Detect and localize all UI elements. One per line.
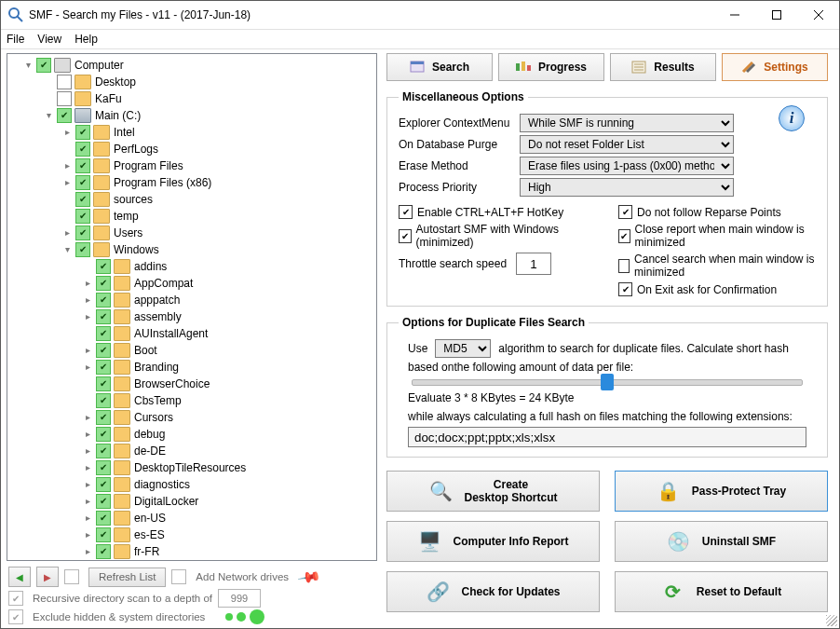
expander-icon[interactable]: ▸ — [82, 292, 93, 308]
reset-default-button[interactable]: ⟳Reset to Default — [615, 571, 828, 612]
hotkey-check[interactable] — [399, 205, 413, 219]
expander-icon[interactable]: ▸ — [61, 225, 73, 241]
tree-node[interactable]: Desktop — [9, 74, 376, 90]
tree-node[interactable]: addins — [9, 258, 376, 275]
tree-checkbox[interactable] — [96, 276, 111, 291]
context-menu-select[interactable]: While SMF is running — [520, 114, 734, 132]
expander-icon[interactable]: ▾ — [22, 57, 34, 74]
tree-checkbox[interactable] — [96, 293, 111, 308]
tree-node[interactable]: ▾Computer — [9, 57, 376, 74]
exit-confirm-check[interactable] — [618, 282, 632, 296]
tree-checkbox[interactable] — [57, 108, 72, 123]
tree-checkbox[interactable] — [96, 527, 111, 542]
tree-node[interactable]: ▸Boot — [9, 342, 376, 359]
tree-checkbox[interactable] — [96, 460, 111, 475]
computer-info-button[interactable]: 🖥️Computer Info Report — [386, 521, 600, 562]
tree-node[interactable]: ▸debug — [9, 426, 376, 443]
hash-algo-select[interactable]: MD5 — [435, 339, 491, 358]
tab-settings[interactable]: Settings — [722, 53, 828, 81]
tree-checkbox[interactable] — [75, 242, 90, 257]
resize-grip[interactable] — [826, 615, 837, 626]
menu-file[interactable]: File — [7, 33, 24, 46]
create-shortcut-button[interactable]: 🔍Create Desktop Shortcut — [386, 471, 600, 512]
expander-icon[interactable]: ▸ — [82, 275, 93, 292]
expander-icon[interactable]: ▸ — [82, 510, 93, 526]
tree-checkbox[interactable] — [96, 477, 111, 492]
refresh-list-button[interactable]: Refresh List — [88, 567, 166, 587]
tree-checkbox[interactable] — [96, 326, 111, 341]
tree-node[interactable]: BrowserChoice — [9, 376, 376, 392]
close-report-check[interactable] — [618, 229, 630, 243]
tree-node[interactable]: CbsTemp — [9, 392, 376, 409]
tree-checkbox[interactable] — [96, 259, 111, 274]
tree-node[interactable]: ▸Users — [9, 225, 376, 241]
tree-checkbox[interactable] — [57, 75, 72, 89]
tree-node[interactable]: ▸Branding — [9, 359, 376, 376]
tree-node[interactable]: ▸Program Files — [9, 157, 376, 174]
expander-icon[interactable]: ▸ — [61, 124, 73, 141]
depth-input[interactable] — [218, 589, 261, 608]
minimize-button[interactable] — [713, 1, 755, 29]
tree-node[interactable]: ▸fr-FR — [9, 543, 376, 560]
reparse-check[interactable] — [618, 205, 632, 219]
tree-node[interactable]: ▸AppCompat — [9, 275, 376, 292]
expander-icon[interactable]: ▸ — [82, 493, 93, 510]
tree-checkbox[interactable] — [96, 511, 111, 526]
tree-node[interactable]: PerfLogs — [9, 141, 376, 157]
tab-progress[interactable]: Progress — [498, 53, 604, 81]
exclude-hidden-check[interactable] — [8, 609, 23, 624]
tree-checkbox[interactable] — [75, 175, 90, 190]
tree-node[interactable]: sources — [9, 191, 376, 208]
tree-checkbox[interactable] — [75, 192, 90, 207]
tree-checkbox[interactable] — [96, 360, 111, 375]
menu-help[interactable]: Help — [75, 33, 98, 46]
expander-icon[interactable]: ▸ — [82, 476, 93, 493]
check-updates-button[interactable]: 🔗Check for Updates — [386, 571, 600, 612]
tree-checkbox[interactable] — [75, 226, 90, 240]
tree-node[interactable]: ▸diagnostics — [9, 476, 376, 493]
tree-checkbox[interactable] — [75, 158, 90, 173]
tree-node[interactable]: ▾Main (C:) — [9, 107, 376, 124]
expand-all-button[interactable]: ◀ — [8, 567, 31, 587]
db-purge-select[interactable]: Do not reset Folder List — [520, 135, 734, 154]
throttle-input[interactable] — [516, 253, 551, 275]
tree-checkbox[interactable] — [96, 376, 111, 391]
pin-icon[interactable]: 📌 — [296, 564, 321, 589]
tree-node[interactable]: ▸en-US — [9, 510, 376, 526]
expander-icon[interactable]: ▸ — [82, 409, 93, 426]
unknown-check[interactable] — [64, 569, 79, 584]
add-network-check[interactable] — [171, 569, 186, 584]
priority-select[interactable]: High — [520, 178, 734, 197]
tree-checkbox[interactable] — [75, 142, 90, 157]
collapse-all-button[interactable]: ▶ — [36, 567, 59, 587]
expander-icon[interactable]: ▸ — [82, 459, 93, 476]
tab-results[interactable]: Results — [610, 53, 716, 81]
tree-node[interactable]: ▸de-DE — [9, 443, 376, 459]
tree-node[interactable]: ▸DigitalLocker — [9, 493, 376, 510]
expander-icon[interactable]: ▸ — [82, 543, 93, 560]
tree-checkbox[interactable] — [96, 494, 111, 509]
info-icon[interactable]: i — [779, 105, 805, 131]
expander-icon[interactable]: ▸ — [82, 359, 93, 376]
expander-icon[interactable]: ▸ — [61, 157, 73, 174]
tree-node[interactable]: ▸Intel — [9, 124, 376, 141]
expander-icon[interactable]: ▸ — [82, 308, 93, 325]
pass-protect-button[interactable]: 🔒Pass-Protect Tray — [615, 471, 828, 512]
tree-node[interactable]: ▸es-ES — [9, 526, 376, 543]
expander-icon[interactable]: ▸ — [82, 526, 93, 543]
expander-icon[interactable]: ▾ — [61, 241, 73, 258]
expander-icon[interactable]: ▸ — [82, 426, 93, 443]
maximize-button[interactable] — [755, 1, 797, 29]
tree-node[interactable]: ▸Cursors — [9, 409, 376, 426]
expander-icon[interactable]: ▸ — [82, 443, 93, 459]
tree-node[interactable]: KaFu — [9, 90, 376, 107]
uninstall-button[interactable]: 💿Uninstall SMF — [615, 521, 828, 562]
expander-icon[interactable]: ▸ — [61, 174, 73, 191]
tree-checkbox[interactable] — [96, 427, 111, 442]
tree-node[interactable]: ▸apppatch — [9, 292, 376, 308]
tree-checkbox[interactable] — [75, 125, 90, 140]
menu-view[interactable]: View — [37, 33, 61, 46]
tree-checkbox[interactable] — [96, 309, 111, 324]
folder-tree[interactable]: ▾ComputerDesktopKaFu▾Main (C:)▸IntelPerf… — [7, 53, 377, 561]
tree-checkbox[interactable] — [96, 343, 111, 358]
